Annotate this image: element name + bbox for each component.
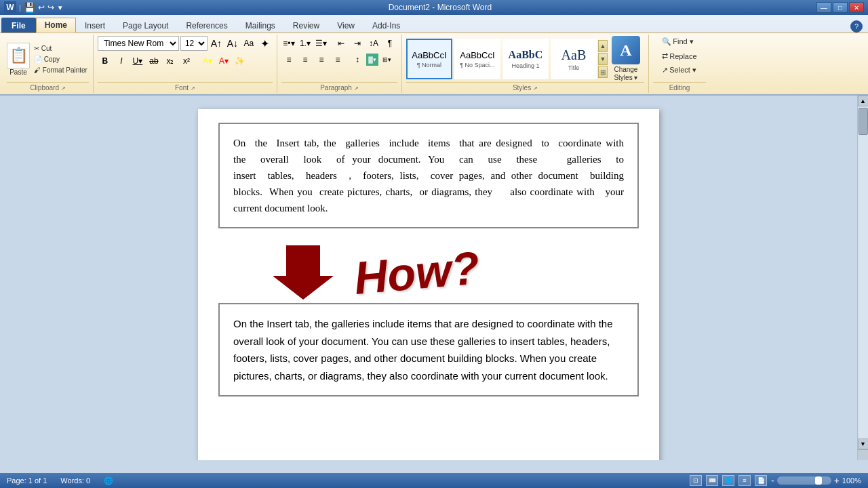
style-heading1-label: Heading 1 bbox=[511, 62, 539, 69]
styles-expand[interactable]: ⊞ bbox=[598, 66, 608, 78]
styles-group: AaBbCcI ¶ Normal AaBbCcI ¶ No Spaci... A… bbox=[402, 35, 649, 93]
text-highlight-button[interactable]: A▾ bbox=[200, 54, 215, 68]
tab-page-layout[interactable]: Page Layout bbox=[114, 18, 177, 33]
multilevel-button[interactable]: ☰▾ bbox=[314, 36, 329, 51]
text-box-bottom[interactable]: On the Insert tab, the galleries include… bbox=[218, 303, 639, 396]
font-name-row: Times New Rom 12 A↑ A↓ Aa ✦ bbox=[98, 36, 273, 51]
font-group: Times New Rom 12 A↑ A↓ Aa ✦ B I U▾ ab x₂ bbox=[94, 35, 277, 93]
align-left-button[interactable]: ≡ bbox=[281, 52, 296, 67]
quick-save[interactable]: 💾 bbox=[24, 2, 35, 13]
help-icon[interactable]: ? bbox=[850, 20, 863, 33]
bold-button[interactable]: B bbox=[98, 54, 113, 68]
shading-button[interactable]: ▓▾ bbox=[366, 54, 378, 66]
quick-redo[interactable]: ↪ bbox=[47, 3, 54, 12]
tab-add-ins[interactable]: Add-Ins bbox=[363, 18, 409, 33]
underline-button[interactable]: U▾ bbox=[130, 54, 145, 68]
decrease-indent-button[interactable]: ⇤ bbox=[334, 36, 349, 51]
main-area: On the Insert tab, the galleries include… bbox=[0, 96, 868, 460]
clear-format-button[interactable]: ✦ bbox=[258, 36, 273, 51]
paste-button[interactable]: 📋 Paste bbox=[7, 43, 30, 76]
zoom-controls: - + 100% bbox=[771, 475, 861, 486]
justify-button[interactable]: ≡ bbox=[330, 52, 345, 67]
zoom-slider[interactable] bbox=[777, 476, 831, 485]
tab-mailings[interactable]: Mailings bbox=[237, 18, 284, 33]
draft-btn[interactable]: 📄 bbox=[755, 475, 767, 486]
web-layout-btn[interactable]: 🌐 bbox=[722, 475, 734, 486]
vertical-scrollbar[interactable]: ▲ ▼ bbox=[857, 96, 868, 460]
text-box-top[interactable]: On the Insert tab, the galleries include… bbox=[218, 123, 639, 228]
tab-file[interactable]: File bbox=[1, 18, 36, 33]
word-icon: W bbox=[4, 1, 16, 14]
format-painter-button[interactable]: 🖌 Format Painter bbox=[33, 66, 89, 75]
tab-home[interactable]: Home bbox=[36, 18, 76, 33]
zoom-out-btn[interactable]: - bbox=[771, 475, 774, 486]
document-page: On the Insert tab, the galleries include… bbox=[198, 109, 659, 460]
tab-view[interactable]: View bbox=[328, 18, 363, 33]
numbering-button[interactable]: 1.▾ bbox=[298, 36, 313, 51]
styles-scroll-buttons: ▲ ▼ ⊞ bbox=[598, 40, 608, 78]
word-count: Words: 0 bbox=[60, 476, 90, 485]
editing-group: 🔍 Find ▾ ⇄ Replace ↗ Select ▾ Editing bbox=[649, 35, 710, 93]
increase-indent-button[interactable]: ⇥ bbox=[350, 36, 365, 51]
scroll-down-button[interactable]: ▼ bbox=[858, 439, 869, 449]
align-right-button[interactable]: ≡ bbox=[314, 52, 329, 67]
editing-label: Editing bbox=[653, 82, 706, 92]
language-indicator: 🌐 bbox=[104, 476, 113, 485]
scroll-thumb[interactable] bbox=[859, 108, 868, 135]
font-shrink-button[interactable]: A↓ bbox=[225, 36, 240, 51]
tab-insert[interactable]: Insert bbox=[76, 18, 114, 33]
bullets-button[interactable]: ≡•▾ bbox=[281, 36, 296, 51]
font-style-row: B I U▾ ab x₂ x² A▾ A▾ ✨ bbox=[98, 54, 273, 68]
scroll-up-button[interactable]: ▲ bbox=[858, 96, 869, 106]
subscript-button[interactable]: x₂ bbox=[163, 54, 178, 68]
font-size-select[interactable]: 12 bbox=[180, 36, 208, 51]
quick-dropdown[interactable]: ▼ bbox=[57, 4, 64, 12]
font-case-button[interactable]: Aa bbox=[241, 36, 256, 51]
style-no-spacing-label: ¶ No Spaci... bbox=[460, 62, 494, 68]
find-button[interactable]: 🔍 Find ▾ bbox=[659, 36, 699, 47]
style-normal[interactable]: AaBbCcI ¶ Normal bbox=[406, 39, 452, 79]
show-formatting-button[interactable]: ¶ bbox=[382, 36, 397, 51]
tab-references[interactable]: References bbox=[177, 18, 236, 33]
font-name-select[interactable]: Times New Rom bbox=[98, 36, 179, 51]
italic-button[interactable]: I bbox=[114, 54, 129, 68]
select-button[interactable]: ↗ Select ▾ bbox=[659, 64, 699, 76]
zoom-in-btn[interactable]: + bbox=[834, 475, 840, 486]
font-grow-button[interactable]: A↑ bbox=[209, 36, 224, 51]
strikethrough-button[interactable]: ab bbox=[146, 54, 161, 68]
sort-button[interactable]: ↕A bbox=[366, 36, 381, 51]
superscript-button[interactable]: x² bbox=[179, 54, 194, 68]
style-normal-label: ¶ Normal bbox=[417, 62, 441, 68]
replace-button[interactable]: ⇄ Replace bbox=[659, 50, 699, 62]
borders-button[interactable]: ⊞▾ bbox=[380, 52, 395, 67]
font-label: Font ↗ bbox=[98, 82, 273, 92]
copy-button[interactable]: 📄 Copy bbox=[33, 55, 89, 64]
tab-review[interactable]: Review bbox=[284, 18, 328, 33]
bottom-text-content: On the Insert tab, the galleries include… bbox=[233, 318, 613, 382]
font-color-button[interactable]: A▾ bbox=[216, 54, 231, 68]
outline-btn[interactable]: ≡ bbox=[738, 475, 751, 486]
ribbon-tab-bar: File Home Insert Page Layout References … bbox=[0, 15, 868, 33]
print-layout-btn[interactable]: ⊡ bbox=[690, 475, 702, 486]
minimize-button[interactable]: — bbox=[816, 2, 831, 13]
close-button[interactable]: ✕ bbox=[849, 2, 864, 13]
quick-undo[interactable]: ↩ bbox=[38, 3, 45, 12]
text-effects-button[interactable]: ✨ bbox=[233, 54, 248, 68]
style-title[interactable]: AaB Title bbox=[551, 39, 597, 79]
svg-marker-0 bbox=[273, 245, 334, 300]
change-styles-button[interactable]: A ChangeStyles ▾ bbox=[608, 36, 644, 82]
select-label: Select ▾ bbox=[669, 66, 696, 75]
align-center-button[interactable]: ≡ bbox=[298, 52, 313, 67]
paragraph-controls: ≡•▾ 1.▾ ☰▾ ⇤ ⇥ ↕A ¶ ≡ ≡ ≡ ≡ ↕ ▓▾ bbox=[281, 36, 397, 82]
style-title-preview: AaB bbox=[561, 47, 587, 63]
line-spacing-button[interactable]: ↕ bbox=[350, 52, 365, 67]
title-bar-left: W | 💾 ↩ ↪ ▼ bbox=[4, 1, 64, 14]
styles-scroll-up[interactable]: ▲ bbox=[598, 40, 608, 52]
full-reading-btn[interactable]: 📖 bbox=[706, 475, 718, 486]
styles-scroll-down[interactable]: ▼ bbox=[598, 53, 608, 65]
style-heading1[interactable]: AaBbC Heading 1 bbox=[502, 39, 549, 79]
maximize-button[interactable]: □ bbox=[833, 2, 848, 13]
style-no-spacing[interactable]: AaBbCcI ¶ No Spaci... bbox=[454, 39, 500, 79]
cut-button[interactable]: ✂ Cut bbox=[33, 44, 89, 53]
scroll-track bbox=[859, 106, 868, 439]
